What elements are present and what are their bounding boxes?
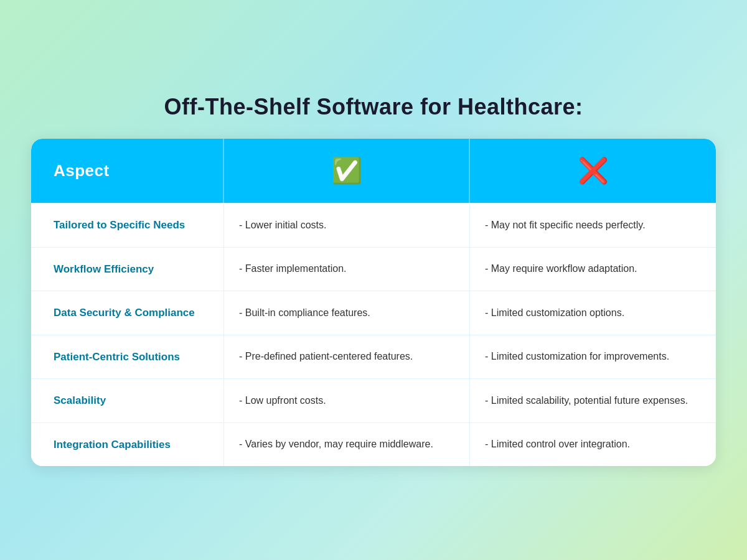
table-row: Patient-Centric Solutions - Pre-defined … [31,335,716,379]
check-header-cell: ✅ [224,139,470,203]
cross-header-cell: ❌ [470,139,716,203]
con-cell-1: - May not fit specific needs perfectly. [470,203,716,247]
page-container: Off-The-Shelf Software for Healthcare: A… [31,94,716,466]
pro-cell-3: - Built-in compliance features. [224,291,470,335]
con-cell-4: - Limited customization for improvements… [470,335,716,379]
con-cell-6: - Limited control over integration. [470,423,716,467]
page-title: Off-The-Shelf Software for Healthcare: [164,94,583,120]
aspect-cell-1: Tailored to Specific Needs [31,203,224,247]
aspect-header-cell: Aspect [31,139,224,203]
aspect-cell-3: Data Security & Compliance [31,291,224,335]
con-cell-5: - Limited scalability, potential future … [470,379,716,422]
pro-cell-4: - Pre-defined patient-centered features. [224,335,470,379]
aspect-header-label: Aspect [54,161,110,180]
con-cell-2: - May require workflow adaptation. [470,248,716,291]
aspect-cell-6: Integration Capabilities [31,423,224,467]
table-row: Tailored to Specific Needs - Lower initi… [31,203,716,247]
table-row: Integration Capabilities - Varies by ven… [31,422,716,467]
pro-cell-2: - Faster implementation. [224,248,470,291]
table-header: Aspect ✅ ❌ [31,139,716,203]
aspect-cell-4: Patient-Centric Solutions [31,335,224,379]
table-row: Scalability - Low upfront costs. - Limit… [31,378,716,422]
pro-cell-6: - Varies by vendor, may require middlewa… [224,423,470,467]
table-body: Tailored to Specific Needs - Lower initi… [31,203,716,466]
comparison-table: Aspect ✅ ❌ Tailored to Specific Needs - … [31,139,716,466]
cross-icon: ❌ [578,156,609,185]
con-cell-3: - Limited customization options. [470,291,716,335]
check-icon: ✅ [331,156,362,185]
pro-cell-5: - Low upfront costs. [224,379,470,422]
aspect-cell-2: Workflow Efficiency [31,248,224,291]
table-row: Workflow Efficiency - Faster implementat… [31,247,716,291]
aspect-cell-5: Scalability [31,379,224,422]
pro-cell-1: - Lower initial costs. [224,203,470,247]
table-row: Data Security & Compliance - Built-in co… [31,291,716,335]
